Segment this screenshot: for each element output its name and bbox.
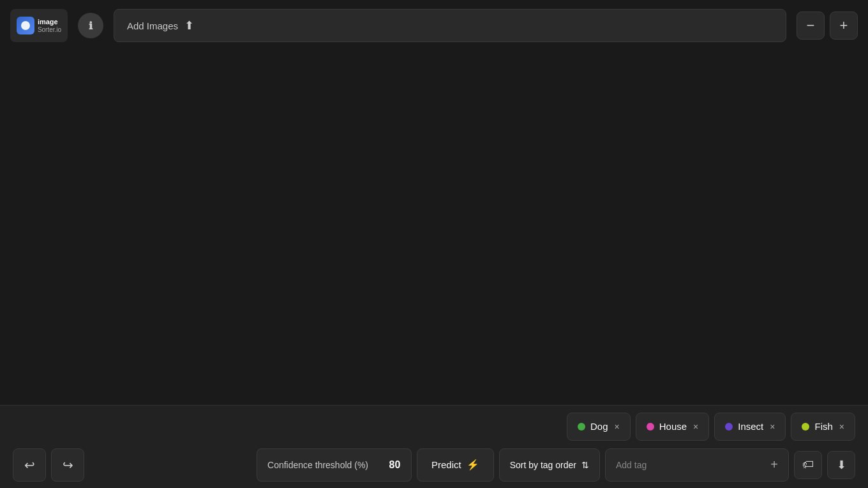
zoom-controls: − + [797, 11, 858, 40]
download-icon: ⬇ [837, 458, 846, 472]
tag-close-fish[interactable]: × [839, 422, 844, 432]
upload-icon: ⬆ [184, 19, 194, 33]
confidence-label: Confidence threshold (%) [257, 448, 378, 482]
zoom-out-button[interactable]: − [797, 11, 825, 40]
tag-dot-house [647, 423, 654, 431]
download-button[interactable]: ⬇ [827, 451, 855, 479]
tag-icon-button[interactable]: 🏷 [794, 451, 822, 479]
tag-dot-dog [578, 423, 585, 431]
lightning-icon: ⚡ [467, 459, 479, 471]
logo: image Sorter.io [10, 9, 68, 42]
tag-chip-dog[interactable]: Dog × [567, 413, 631, 441]
sort-label: Sort by tag order [510, 460, 576, 470]
tag-chip-fish[interactable]: Fish × [791, 413, 855, 441]
zoom-out-icon: − [807, 17, 815, 34]
tag-close-house[interactable]: × [693, 422, 698, 432]
add-tag-area[interactable]: Add tag + [605, 448, 789, 482]
confidence-container: Confidence threshold (%) 80 [257, 448, 412, 482]
sort-icon: ⇅ [581, 460, 589, 470]
undo-button[interactable]: ↩ [13, 448, 46, 482]
info-button[interactable]: ℹ [78, 13, 103, 38]
tag-chip-house[interactable]: House × [636, 413, 710, 441]
tag-icon: 🏷 [802, 458, 814, 471]
tag-close-insect[interactable]: × [770, 422, 775, 432]
tag-dot-fish [802, 423, 809, 431]
add-images-label: Add Images [127, 20, 178, 31]
tag-label-fish: Fish [814, 421, 832, 432]
tags-row: Dog × House × Insect × Fish × [13, 413, 855, 441]
undo-icon: ↩ [24, 457, 35, 473]
top-bar: image Sorter.io ℹ Add Images ⬆ − + [0, 0, 868, 51]
zoom-in-icon: + [840, 17, 848, 34]
redo-button[interactable]: ↪ [51, 448, 84, 482]
controls-row: ↩ ↪ Confidence threshold (%) 80 Predict … [13, 448, 855, 482]
add-tag-plus-icon[interactable]: + [770, 457, 778, 472]
add-images-area[interactable]: Add Images ⬆ [114, 9, 786, 42]
confidence-value[interactable]: 80 [378, 448, 412, 482]
predict-label: Predict [431, 459, 461, 470]
logo-title: image [38, 18, 61, 26]
tag-label-house: House [659, 421, 687, 432]
tag-dot-insect [725, 423, 733, 431]
redo-icon: ↪ [63, 457, 73, 473]
tag-label-insect: Insect [738, 421, 763, 432]
tag-label-dog: Dog [590, 421, 608, 432]
sort-button[interactable]: Sort by tag order ⇅ [499, 448, 600, 482]
zoom-in-button[interactable]: + [830, 11, 858, 40]
logo-subtitle: Sorter.io [38, 26, 61, 33]
bottom-toolbar: Dog × House × Insect × Fish × ↩ ↪ [0, 405, 868, 488]
predict-button[interactable]: Predict ⚡ [417, 448, 494, 482]
info-icon: ℹ [89, 20, 93, 32]
add-tag-placeholder: Add tag [616, 460, 647, 470]
main-content [0, 51, 868, 405]
tag-chip-insect[interactable]: Insect × [714, 413, 786, 441]
tag-close-dog[interactable]: × [615, 422, 620, 432]
